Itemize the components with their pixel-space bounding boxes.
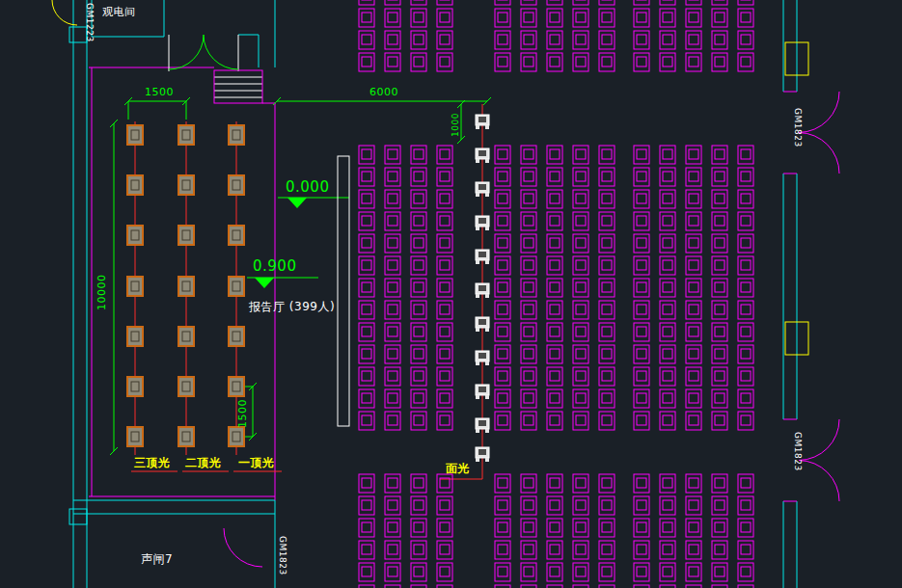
face-light-foot — [476, 159, 479, 163]
seat-inner — [689, 371, 698, 381]
seat-inner — [388, 478, 397, 488]
seat-inner — [362, 327, 371, 336]
seat — [495, 31, 510, 49]
seat-inner — [498, 35, 507, 44]
seat — [660, 541, 675, 559]
seat-inner — [414, 57, 424, 67]
seat — [712, 474, 727, 493]
seat — [521, 519, 536, 537]
seat — [738, 496, 753, 515]
seat-inner — [637, 57, 646, 67]
seat — [738, 212, 753, 230]
seat — [521, 256, 536, 275]
seat — [660, 9, 675, 27]
seat — [634, 496, 649, 515]
face-light-label: 面光 — [446, 463, 470, 474]
seat — [547, 323, 562, 341]
seat — [573, 367, 588, 386]
seat-inner — [362, 500, 371, 510]
seat-inner — [388, 415, 397, 425]
seat-inner — [576, 327, 586, 336]
seat-inner — [388, 567, 397, 576]
seat — [738, 541, 753, 559]
door-tag-left-top: GM1223 — [85, 3, 94, 42]
seat-inner — [440, 35, 450, 44]
seat — [521, 541, 536, 559]
seat-inner — [715, 415, 724, 425]
seat — [437, 496, 452, 515]
seat-inner — [524, 35, 533, 44]
seat — [660, 190, 675, 208]
seat-inner — [524, 13, 533, 22]
seat-inner — [362, 545, 371, 554]
seat-inner — [741, 305, 751, 314]
seat — [634, 301, 649, 319]
seat-inner — [576, 216, 586, 226]
seat — [547, 496, 562, 515]
seat-inner — [715, 371, 724, 381]
seat-inner — [602, 149, 612, 159]
seat — [521, 412, 536, 430]
seat-inner — [576, 522, 586, 532]
seat-inner — [550, 238, 560, 248]
seat-inner — [498, 13, 507, 22]
seat-inner — [388, 545, 397, 554]
seat-inner — [576, 172, 586, 181]
seat — [573, 412, 588, 430]
seat — [385, 323, 400, 341]
seat-inner — [498, 216, 507, 226]
seat-inner — [524, 149, 533, 159]
seat — [411, 53, 426, 71]
seat-inner — [414, 35, 424, 44]
stage-light-fixture — [229, 277, 244, 296]
seat — [573, 496, 588, 515]
seat-inner — [663, 545, 672, 554]
seat-inner — [715, 238, 724, 248]
door-swing-arc — [799, 419, 839, 461]
seat-inner — [388, 13, 397, 22]
stage-light-fixture — [229, 427, 244, 446]
seat-inner — [388, 35, 397, 44]
seat-inner — [440, 149, 450, 159]
seat-inner — [362, 216, 371, 226]
seat — [573, 9, 588, 27]
seat — [686, 323, 701, 341]
seat-inner — [414, 393, 424, 403]
seat-inner — [663, 216, 672, 226]
seat — [411, 519, 426, 537]
seat — [686, 190, 701, 208]
seat — [437, 474, 452, 493]
seat-inner — [602, 522, 612, 532]
face-light-foot — [476, 328, 479, 332]
room-label-projection-room: 观电间 — [102, 7, 136, 17]
seat-inner — [741, 216, 751, 226]
seat-inner — [602, 172, 612, 181]
seat-inner — [663, 305, 672, 314]
seat — [495, 190, 510, 208]
seat-inner — [741, 522, 751, 532]
face-light-inner — [478, 150, 486, 156]
seat — [547, 256, 562, 275]
seat-inner — [498, 238, 507, 248]
seat — [521, 563, 536, 581]
seat — [521, 190, 536, 208]
seat-inner — [663, 478, 672, 488]
seat — [712, 563, 727, 581]
seat — [521, 212, 536, 230]
seat — [437, 519, 452, 537]
stage-light-fixture — [127, 327, 143, 346]
seat-inner — [689, 238, 698, 248]
seat-inner — [498, 545, 507, 554]
seat — [686, 31, 701, 49]
seat — [660, 0, 675, 5]
seat — [495, 563, 510, 581]
level-marker-triangle — [287, 198, 307, 208]
seat — [547, 212, 562, 230]
door-swing-arc — [799, 461, 839, 502]
seat — [599, 279, 615, 297]
seat — [437, 9, 452, 27]
seat — [738, 519, 753, 537]
seat-inner — [689, 282, 698, 292]
seat — [359, 279, 374, 297]
seat — [660, 234, 675, 253]
